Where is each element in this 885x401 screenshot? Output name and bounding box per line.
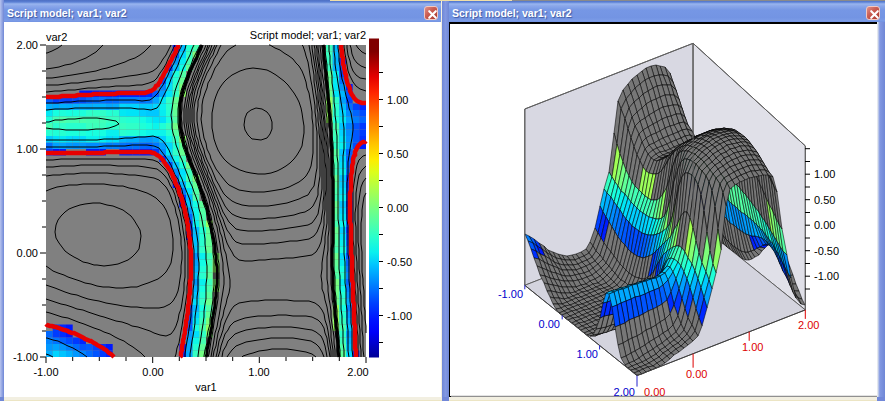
- svg-text:1.00: 1.00: [248, 366, 269, 378]
- svg-text:0.00: 0.00: [142, 366, 163, 378]
- svg-text:0.00: 0.00: [644, 386, 665, 397]
- svg-text:0.00: 0.00: [539, 318, 560, 330]
- svg-text:1.00: 1.00: [17, 143, 38, 155]
- svg-text:2.00: 2.00: [798, 319, 819, 331]
- svg-text:var1: var1: [195, 381, 216, 393]
- svg-text:Script model; var1; var2: Script model; var1; var2: [250, 29, 366, 41]
- svg-text:-1.00: -1.00: [13, 351, 38, 363]
- svg-text:0.50: 0.50: [387, 148, 408, 160]
- svg-text:0.50: 0.50: [814, 194, 835, 206]
- svg-text:2.00: 2.00: [17, 39, 38, 51]
- svg-text:-0.50: -0.50: [814, 245, 839, 257]
- svg-text:1.00: 1.00: [814, 168, 835, 180]
- svg-text:-0.50: -0.50: [387, 256, 412, 268]
- svg-text:-1.00: -1.00: [33, 366, 58, 378]
- svg-text:-1.00: -1.00: [387, 310, 412, 322]
- svg-text:0.00: 0.00: [387, 202, 408, 214]
- svg-text:2.00: 2.00: [614, 386, 635, 397]
- svg-text:0.00: 0.00: [814, 219, 835, 231]
- svg-text:-1.00: -1.00: [498, 288, 523, 300]
- svg-text:-1.00: -1.00: [814, 270, 839, 282]
- svg-text:1.00: 1.00: [577, 348, 598, 360]
- svg-text:0.00: 0.00: [17, 247, 38, 259]
- svg-text:0.00: 0.00: [686, 368, 707, 380]
- svg-text:var2: var2: [46, 31, 67, 43]
- svg-text:1.00: 1.00: [387, 94, 408, 106]
- svg-text:1.00: 1.00: [742, 341, 763, 353]
- svg-text:2.00: 2.00: [347, 366, 368, 378]
